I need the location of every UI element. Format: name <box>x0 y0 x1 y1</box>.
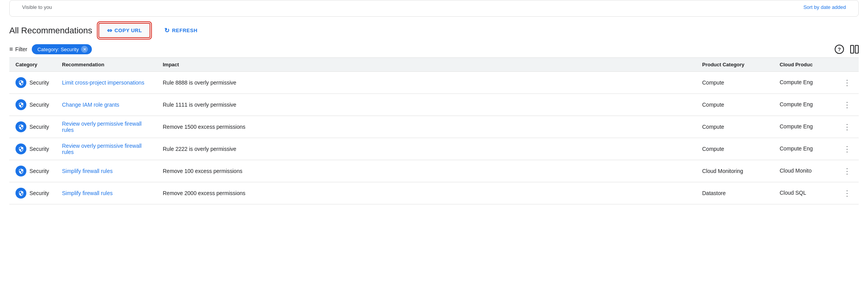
cell-category: Security <box>9 116 56 138</box>
table-row: Security Simplify firewall rulesRemove 2… <box>9 182 859 204</box>
cell-product-category: Compute <box>696 94 773 116</box>
cell-product-category: Datastore <box>696 182 773 204</box>
main-section: All Recommendations ⇔ COPY URL ↻ REFRESH… <box>0 23 868 204</box>
refresh-label: REFRESH <box>172 28 198 33</box>
table-row: Security Review overly permissive firewa… <box>9 138 859 160</box>
security-icon <box>16 77 26 88</box>
filter-row: ≡ Filter Category: Security ✕ ? <box>9 44 859 58</box>
cell-impact: Rule 8888 is overly permissive <box>157 72 696 94</box>
column-header-product-category: Product Category <box>696 58 773 72</box>
copy-url-button[interactable]: ⇔ COPY URL <box>98 23 150 38</box>
cell-impact: Remove 1500 excess permissions <box>157 116 696 138</box>
security-icon <box>16 166 26 176</box>
column-header-impact: Impact <box>157 58 696 72</box>
category-label: Security <box>29 102 49 108</box>
cell-product-category: Compute <box>696 138 773 160</box>
top-bar: Visible to you Sort by date added <box>9 0 859 17</box>
more-actions-button[interactable]: ⋮ <box>842 76 852 89</box>
recommendations-table: Category Recommendation Impact Product C… <box>9 58 859 204</box>
cell-category: Security <box>9 138 56 160</box>
cell-impact: Remove 2000 excess permissions <box>157 182 696 204</box>
cell-impact: Rule 2222 is overly permissive <box>157 138 696 160</box>
category-label: Security <box>29 190 49 196</box>
columns-button[interactable] <box>850 45 859 54</box>
cell-actions: ⋮ <box>835 138 859 160</box>
filter-button[interactable]: ≡ Filter <box>9 46 27 53</box>
filter-right: ? <box>835 45 859 54</box>
cell-cloud-product: Compute Eng <box>773 72 835 94</box>
cell-cloud-product: Cloud SQL <box>773 182 835 204</box>
cell-product-category: Compute <box>696 72 773 94</box>
cell-recommendation: Simplify firewall rules <box>56 182 157 204</box>
security-icon <box>16 99 26 110</box>
cell-cloud-product: Cloud Monito <box>773 160 835 182</box>
recommendation-link[interactable]: Limit cross-project impersonations <box>62 80 144 86</box>
section-header: All Recommendations ⇔ COPY URL ↻ REFRESH <box>9 23 859 38</box>
cell-product-category: Compute <box>696 116 773 138</box>
cell-category: Security <box>9 160 56 182</box>
column-header-cloud-product: Cloud Produc <box>773 58 835 72</box>
cell-recommendation: Review overly permissive firewall rules <box>56 138 157 160</box>
recommendation-link[interactable]: Change IAM role grants <box>62 102 119 108</box>
visible-to-you-label: Visible to you <box>22 4 52 10</box>
cell-recommendation: Simplify firewall rules <box>56 160 157 182</box>
page-title: All Recommendations <box>9 26 92 36</box>
filter-label: Filter <box>15 46 27 52</box>
recommendation-link[interactable]: Simplify firewall rules <box>62 190 113 196</box>
column-header-recommendation: Recommendation <box>56 58 157 72</box>
cell-cloud-product: Compute Eng <box>773 138 835 160</box>
more-actions-button[interactable]: ⋮ <box>842 99 852 111</box>
svg-rect-0 <box>851 45 854 53</box>
cell-actions: ⋮ <box>835 72 859 94</box>
cell-category: Security <box>9 182 56 204</box>
more-actions-button[interactable]: ⋮ <box>842 165 852 177</box>
cell-cloud-product: Compute Eng <box>773 94 835 116</box>
cell-product-category: Cloud Monitoring <box>696 160 773 182</box>
filter-left: ≡ Filter Category: Security ✕ <box>9 44 92 54</box>
cell-actions: ⋮ <box>835 160 859 182</box>
cell-category: Security <box>9 72 56 94</box>
cell-cloud-product: Compute Eng <box>773 116 835 138</box>
cell-recommendation: Change IAM role grants <box>56 94 157 116</box>
refresh-icon: ↻ <box>164 27 170 34</box>
table-row: Security Review overly permissive firewa… <box>9 116 859 138</box>
table-row: Security Change IAM role grantsRule 1111… <box>9 94 859 116</box>
more-actions-button[interactable]: ⋮ <box>842 143 852 155</box>
more-actions-button[interactable]: ⋮ <box>842 121 852 133</box>
cell-actions: ⋮ <box>835 116 859 138</box>
chip-close-icon[interactable]: ✕ <box>81 46 88 53</box>
category-label: Security <box>29 124 49 130</box>
column-header-actions <box>835 58 859 72</box>
table-row: Security Limit cross-project impersonati… <box>9 72 859 94</box>
security-icon <box>16 144 26 154</box>
column-header-category: Category <box>9 58 56 72</box>
table-header-row: Category Recommendation Impact Product C… <box>9 58 859 72</box>
cell-recommendation: Limit cross-project impersonations <box>56 72 157 94</box>
link-icon: ⇔ <box>107 27 112 34</box>
recommendation-link[interactable]: Review overly permissive firewall rules <box>62 143 141 155</box>
more-actions-button[interactable]: ⋮ <box>842 187 852 199</box>
security-icon <box>16 188 26 199</box>
refresh-button[interactable]: ↻ REFRESH <box>157 24 205 37</box>
cell-category: Security <box>9 94 56 116</box>
help-button[interactable]: ? <box>835 45 844 54</box>
filter-icon: ≡ <box>9 46 13 53</box>
copy-url-label: COPY URL <box>114 28 142 33</box>
category-security-chip[interactable]: Category: Security ✕ <box>32 44 92 54</box>
recommendation-link[interactable]: Review overly permissive firewall rules <box>62 121 141 133</box>
table-row: Security Simplify firewall rulesRemove 1… <box>9 160 859 182</box>
recommendation-link[interactable]: Simplify firewall rules <box>62 168 113 174</box>
columns-icon <box>850 45 859 54</box>
cell-actions: ⋮ <box>835 94 859 116</box>
svg-rect-1 <box>855 45 858 53</box>
category-label: Security <box>29 80 49 86</box>
cell-impact: Rule 1111 is overly permissive <box>157 94 696 116</box>
help-icon: ? <box>835 45 844 54</box>
sort-by-date-link[interactable]: Sort by date added <box>803 4 846 10</box>
security-icon <box>16 121 26 132</box>
cell-recommendation: Review overly permissive firewall rules <box>56 116 157 138</box>
category-label: Security <box>29 168 49 174</box>
cell-impact: Remove 100 excess permissions <box>157 160 696 182</box>
cell-actions: ⋮ <box>835 182 859 204</box>
chip-label: Category: Security <box>37 47 79 52</box>
